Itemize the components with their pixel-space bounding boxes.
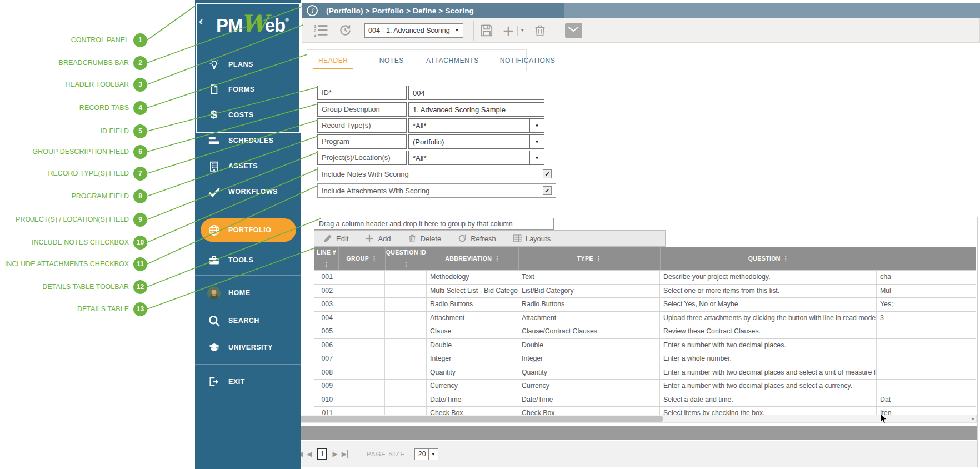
table-row[interactable]: 004AttachmentAttachmentUpload three atta… (314, 311, 976, 325)
table-row[interactable]: 006DoubleDoubleEnter a number with two d… (314, 338, 976, 352)
column-menu-icon[interactable]: ⋮ (596, 255, 602, 262)
checkbox-include-attachments-with-scoring[interactable]: ✔ (543, 186, 552, 195)
column-header-line[interactable]: LINE #⋮ (314, 247, 338, 270)
cell-abbreviation: Double (427, 339, 518, 352)
scroll-right-icon[interactable]: ▸ (972, 415, 974, 422)
cell-line: 006 (314, 339, 338, 352)
dropdown-arrow-icon[interactable]: ▼ (529, 151, 544, 164)
annotation-include-attachments-checkbox: INCLUDE ATTACHMENTS CHECKBOX11 (0, 257, 147, 271)
column-header-group[interactable]: GROUP⋮ (338, 247, 385, 270)
cell-type: Quantity (518, 366, 660, 380)
dropdown-arrow-icon[interactable]: ▼ (529, 119, 544, 132)
field-group-description[interactable]: 1. Advanced Scoring Sample (408, 102, 544, 117)
table-row[interactable]: 009CurrencyCurrencyEnter a number with t… (314, 379, 976, 393)
previous-page-button[interactable]: ◀ (307, 450, 312, 458)
header-toolbar: 123 004 - 1. Advanced Scoring Sa ▼ + ▼ (302, 18, 980, 43)
record-selector[interactable]: 004 - 1. Advanced Scoring Sa ▼ (364, 23, 463, 38)
breadcrumb-trail: > Portfolio > Define > Scoring (363, 7, 474, 15)
column-header-question-id[interactable]: QUESTION ID⋮ (385, 247, 427, 270)
info-icon[interactable]: i (307, 5, 318, 16)
scrollbar-thumb[interactable] (299, 416, 663, 422)
dropdown-arrow-icon[interactable]: ▼ (529, 135, 544, 148)
page-size-label: PAGE SIZE (367, 451, 405, 457)
sidebar-item-plans[interactable]: PLANS (195, 53, 301, 76)
column-header-abbreviation[interactable]: ABBREVIATION⋮ (427, 247, 518, 270)
sidebar-item-assets[interactable]: ASSETS (195, 154, 301, 178)
cell-question: Select one or more items from this list. (660, 285, 877, 298)
sidebar-collapse-icon[interactable]: ‹ (199, 14, 203, 29)
cell-abbreviation: Multi Select List - Bid Category (427, 285, 518, 298)
cell-extra (877, 366, 976, 380)
table-row[interactable]: 003Radio ButtonsRadio ButtonsSelect Yes,… (314, 297, 976, 311)
recent-records-icon[interactable] (338, 23, 352, 37)
sidebar-item-tools[interactable]: TOOLS (195, 248, 301, 272)
column-menu-icon[interactable]: ⋮ (371, 255, 377, 262)
cell-group (338, 325, 385, 338)
field-project-s-location-s[interactable]: *All*▼ (408, 151, 544, 165)
annotation-number-badge: 8 (133, 189, 147, 203)
table-row[interactable]: 001MethodologyTextDescribe your project … (314, 270, 976, 284)
email-icon[interactable] (565, 23, 582, 38)
search-icon (207, 314, 221, 327)
dropdown-arrow-icon[interactable]: ▼ (451, 24, 463, 37)
cell-group (338, 271, 385, 284)
column-header-extra[interactable] (877, 247, 976, 270)
column-menu-icon[interactable]: ⋮ (403, 261, 409, 268)
tab-notes[interactable]: NOTES (379, 57, 404, 64)
dropdown-arrow-icon[interactable]: ▼ (428, 449, 438, 460)
column-menu-icon[interactable]: ⋮ (323, 261, 329, 268)
annotation-program-field: PROGRAM FIELD8 (0, 189, 147, 203)
toolbar-button-delete[interactable]: Delete (408, 234, 442, 243)
column-menu-icon[interactable]: ⋮ (494, 255, 500, 262)
breadcrumb-portfolio-link[interactable]: (Portfolio) (326, 7, 363, 15)
sidebar-item-costs[interactable]: $COSTS (195, 103, 301, 127)
table-row[interactable]: 005ClauseClause/Contract ClausesReview t… (314, 325, 976, 338)
sidebar-item-exit[interactable]: EXIT (195, 370, 301, 393)
page-size-dropdown[interactable]: 20 ▼ (414, 448, 438, 460)
table-row[interactable]: 008QuantityQuantityEnter a number with t… (314, 366, 976, 380)
column-header-label: ABBREVIATION (445, 255, 492, 262)
annotation-label: INCLUDE NOTES CHECKBOX (32, 238, 129, 246)
add-record-icon[interactable]: + (503, 23, 514, 38)
record-list-icon[interactable]: 123 (313, 24, 328, 37)
group-by-drop-zone[interactable]: Drag a column header and drop it here to… (314, 218, 554, 230)
last-page-button[interactable]: ▶ (342, 450, 348, 458)
tab-header[interactable]: HEADER (318, 57, 348, 64)
annotation-record-tabs: RECORD TABS4 (0, 101, 147, 115)
sidebar-item-search[interactable]: SEARCH (195, 309, 301, 332)
column-header-question[interactable]: QUESTION⋮ (660, 247, 877, 270)
sidebar-item-schedules[interactable]: SCHEDULES (195, 129, 301, 152)
tab-attachments[interactable]: ATTACHMENTS (426, 57, 479, 64)
field-record-type-s[interactable]: *All*▼ (408, 118, 544, 133)
toolbar-button-refresh[interactable]: Refresh (458, 234, 496, 243)
sidebar-item-home[interactable]: HOME (195, 281, 301, 305)
briefcase-icon (207, 253, 221, 267)
cell-type: Date/Time (518, 393, 660, 407)
save-icon[interactable] (479, 23, 494, 38)
table-row[interactable]: 007IntegerIntegerEnter a whole number. (314, 352, 976, 366)
next-page-button[interactable]: ▶ (332, 450, 337, 458)
table-row[interactable]: 002Multi Select List - Bid CategoryList/… (314, 284, 976, 298)
sidebar-item-workflows[interactable]: WORKFLOWS (195, 180, 301, 203)
delete-record-icon[interactable] (533, 24, 547, 37)
column-header-type[interactable]: TYPE⋮ (518, 247, 660, 270)
sidebar-item-forms[interactable]: FORMS (195, 78, 301, 101)
current-page-box[interactable]: 1 (317, 448, 327, 460)
sidebar-item-portfolio[interactable]: PORTFOLIO (201, 218, 296, 242)
sidebar-item-university[interactable]: UNIVERSITY (195, 336, 301, 359)
horizontal-scrollbar[interactable]: ◂ ▸ (289, 415, 977, 423)
add-record-dropdown-icon[interactable]: ▼ (517, 26, 524, 36)
annotation-number-badge: 13 (133, 302, 147, 316)
field-program[interactable]: (Portfolio)▼ (408, 134, 544, 149)
annotation-number-badge: 11 (133, 257, 147, 271)
toolbar-button-add[interactable]: Add (365, 234, 391, 243)
tab-notifications[interactable]: NOTIFICATIONS (500, 57, 556, 64)
field-id[interactable]: 004 (408, 86, 544, 100)
table-row[interactable]: 010Date/TimeDate/TimeSelect a date and t… (314, 393, 976, 407)
toolbar-button-edit[interactable]: Edit (323, 234, 348, 243)
toolbar-button-layouts[interactable]: Layouts (513, 234, 551, 243)
column-menu-icon[interactable]: ⋮ (783, 255, 789, 262)
cell-question: Enter a number with two decimal places a… (660, 366, 877, 380)
annotation-label: DETAILS TABLE (77, 305, 129, 313)
checkbox-include-notes-with-scoring[interactable]: ✔ (543, 169, 552, 178)
